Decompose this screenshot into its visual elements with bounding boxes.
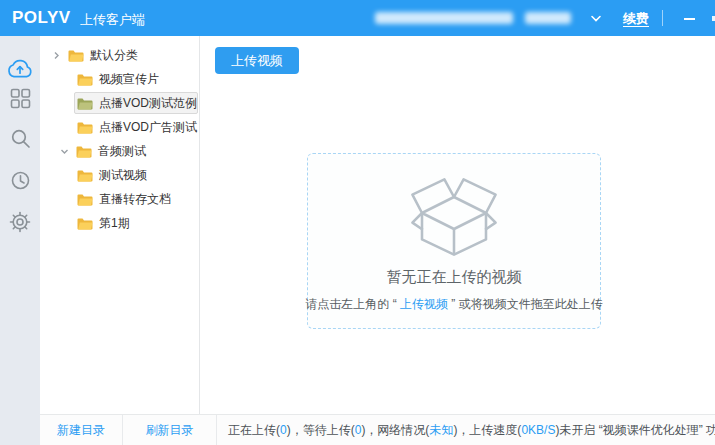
folder-icon bbox=[77, 169, 93, 182]
account-text-redacted bbox=[375, 12, 513, 24]
text-segment: 请点击左上角的 “ bbox=[305, 297, 400, 311]
tree-item-label: 音频测试 bbox=[98, 143, 146, 160]
new-directory-button[interactable]: 新建目录 bbox=[40, 415, 123, 445]
nav-library-grid-icon[interactable] bbox=[0, 88, 40, 109]
folder-icon bbox=[77, 73, 93, 86]
tree-item-label: 直播转存文档 bbox=[99, 191, 171, 208]
tree-item[interactable]: 第1期 bbox=[40, 211, 199, 235]
text-segment: )，上传速度( bbox=[453, 423, 521, 437]
inline-link[interactable]: 0 bbox=[280, 423, 287, 437]
upload-video-button[interactable]: 上传视频 bbox=[215, 47, 299, 74]
tree-item[interactable]: 点播VOD广告测试 bbox=[40, 115, 199, 139]
nav-search-icon[interactable] bbox=[0, 128, 40, 149]
nav-settings-icon[interactable] bbox=[0, 211, 40, 233]
nav-rail bbox=[0, 36, 40, 445]
empty-state-hint: 请点击左上角的 “ 上传视频 ” 或将视频文件拖至此处上传 bbox=[305, 296, 602, 313]
folder-icon bbox=[77, 217, 93, 230]
empty-box-icon bbox=[406, 169, 502, 257]
polyv-logo: POLYV bbox=[12, 8, 71, 28]
inline-link[interactable]: 未知 bbox=[429, 423, 453, 437]
inline-link[interactable]: 上传视频 bbox=[400, 297, 448, 311]
folder-icon bbox=[76, 145, 92, 158]
tree-item[interactable]: 音频测试 bbox=[40, 139, 199, 163]
tree-item-label: 测试视频 bbox=[99, 167, 147, 184]
chevron-down-icon bbox=[60, 147, 69, 156]
tree-item[interactable]: 直播转存文档 bbox=[40, 187, 199, 211]
tree-item-label: 点播VOD测试范例 bbox=[99, 95, 197, 112]
main-panel: 上传视频 暂无正在上传的视频 请点击左上角的 “ 上传视频 ” 或将视频文件拖至… bbox=[200, 36, 715, 414]
renew-link[interactable]: 续费 bbox=[623, 10, 649, 28]
refresh-directory-button[interactable]: 刷新目录 bbox=[123, 415, 217, 445]
tree-item[interactable]: 视频宣传片 bbox=[40, 67, 199, 91]
tree-item[interactable]: 测试视频 bbox=[40, 163, 199, 187]
tree-item-label: 第1期 bbox=[99, 215, 130, 232]
tree-item-label: 点播VOD广告测试 bbox=[99, 119, 197, 136]
folder-icon bbox=[77, 193, 93, 206]
upload-dropzone[interactable]: 暂无正在上传的视频 请点击左上角的 “ 上传视频 ” 或将视频文件拖至此处上传 bbox=[307, 153, 601, 329]
folder-icon bbox=[77, 121, 93, 134]
nav-history-icon[interactable] bbox=[0, 170, 40, 191]
status-bar: 新建目录 刷新目录 正在上传(0)，等待上传(0)，网络情况(未知)，上传速度(… bbox=[40, 414, 715, 445]
folder-icon bbox=[68, 49, 84, 62]
optimize-notice: 未开启 “视频课件优化处理” 功能，前往设置 bbox=[559, 422, 715, 439]
minimize-button[interactable] bbox=[683, 14, 697, 24]
title-bar: POLYV 上传客户端 续费 bbox=[0, 0, 715, 36]
header-divider bbox=[662, 10, 663, 26]
chevron-down-icon[interactable] bbox=[590, 15, 602, 23]
empty-state-title: 暂无正在上传的视频 bbox=[387, 268, 522, 287]
nav-upload-icon[interactable] bbox=[0, 56, 40, 78]
account-dropdown[interactable] bbox=[375, 12, 571, 25]
text-segment: 正在上传( bbox=[228, 423, 280, 437]
app-window: POLYV 上传客户端 续费 bbox=[0, 0, 715, 445]
account-text-redacted bbox=[525, 12, 571, 24]
app-title: 上传客户端 bbox=[80, 11, 145, 29]
text-segment: )，等待上传( bbox=[287, 423, 355, 437]
tree-item[interactable]: 点播VOD测试范例 bbox=[40, 91, 199, 115]
inline-link[interactable]: 0KB/S bbox=[521, 423, 555, 437]
text-segment: ” 或将视频文件拖至此处上传 bbox=[448, 297, 603, 311]
optimize-notice-text: 未开启 “视频课件优化处理” 功能， bbox=[559, 423, 715, 437]
chevron-right-icon bbox=[52, 51, 61, 60]
folder-icon bbox=[77, 97, 93, 110]
folder-tree: 默认分类视频宣传片点播VOD测试范例点播VOD广告测试音频测试测试视频直播转存文… bbox=[40, 36, 200, 414]
text-segment: )，网络情况( bbox=[361, 423, 429, 437]
tree-item-label: 默认分类 bbox=[90, 47, 138, 64]
tree-item-label: 视频宣传片 bbox=[99, 71, 159, 88]
upload-status-text: 正在上传(0)，等待上传(0)，网络情况(未知)，上传速度(0KB/S) bbox=[217, 422, 559, 439]
tree-item[interactable]: 默认分类 bbox=[40, 43, 199, 67]
